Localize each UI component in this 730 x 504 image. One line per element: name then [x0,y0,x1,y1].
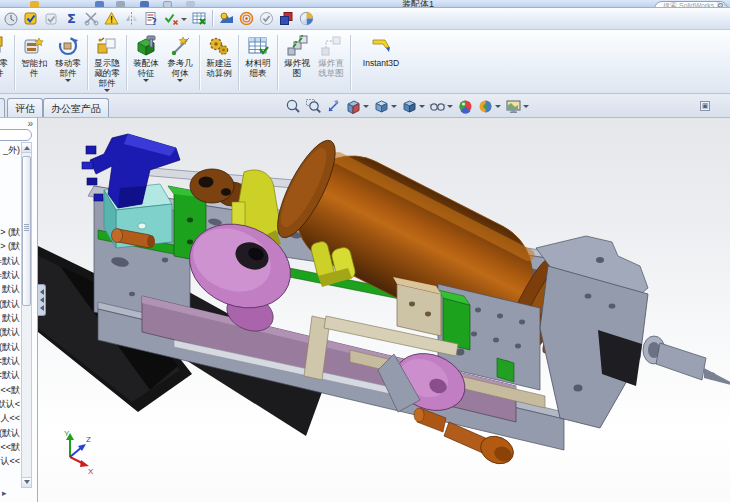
rebuild-icon[interactable] [186,1,195,8]
design-checker-icon[interactable] [21,9,41,29]
tree-row[interactable]: =默认 [0,269,20,281]
ribbon-smart-fasteners[interactable]: 智能扣件 [17,32,51,79]
ribbon-new-motion-study[interactable]: 新建运动算例 [202,32,236,79]
apply-scene-caret[interactable] [495,105,501,111]
command-manager-ribbon: 插入零部件 智能扣件 移动零部件 显示隐藏的零部件 [0,30,730,94]
check-circle-icon[interactable] [256,9,276,29]
scrollbar-thumb[interactable] [22,156,31,306]
section-pie-glyph [298,10,315,27]
ribbon-explode-line-sketch[interactable]: 爆炸直线草图 [314,32,348,79]
display-style-caret[interactable] [419,105,425,111]
dropdown-caret[interactable] [181,18,187,24]
tree-row[interactable]: 人<< [0,412,20,424]
tree-row[interactable]: =默认 [0,255,20,267]
model-part-needle[interactable] [704,368,730,388]
tree-row[interactable]: (默认 [0,326,20,338]
equations-sigma-icon[interactable]: Σ [61,9,81,29]
zoom-to-area-icon[interactable] [303,97,323,115]
save-icon[interactable] [30,1,39,8]
tree-row[interactable]: 默认< [0,398,20,410]
tree-scrollbar[interactable] [21,142,32,488]
ribbon-show-hidden-components[interactable]: 显示隐藏的零部件 [90,32,124,94]
view-orientation-icon[interactable] [371,97,391,115]
history-clock-icon[interactable] [1,9,21,29]
reference-geometry-label: 参考几何体 [164,58,196,78]
edit-appearance-glyph [457,98,474,115]
ribbon-bill-of-materials[interactable]: 材料明细表 [241,32,275,79]
ribbon-instant3d[interactable]: Instant3D [353,32,409,69]
undo-icon[interactable] [116,1,125,8]
section-pie-icon[interactable] [296,9,316,29]
mirror-entities-icon[interactable] [121,9,141,29]
hide-show-items-caret[interactable] [447,105,453,111]
design-table-icon[interactable] [189,9,209,29]
reference-geometry-caret [177,79,183,85]
ribbon-assembly-features[interactable]: 装配体特征 [129,32,163,86]
flyout-chevron-icon[interactable]: » [27,118,33,129]
select-icon[interactable] [163,1,172,8]
tab-office-products[interactable]: 办公室产品 [43,98,109,117]
tree-expand-icon[interactable]: ▸ [2,488,7,498]
viewport-canvas[interactable]: Y Z X [38,118,730,502]
zoom-to-fit-icon[interactable] [283,97,303,115]
reference-geometry-icon [168,34,192,58]
search-icon[interactable] [718,3,723,8]
move-component-caret [65,79,71,85]
tree-row[interactable]: 认<< [0,455,20,467]
tree-row[interactable]: (默认 [0,341,20,353]
insert-component-label: 插入零部件 [0,58,11,78]
interference-detection-icon[interactable] [276,9,296,29]
insert-component-glyph [0,34,7,58]
ribbon-collapse-icon[interactable]: ▣ [700,101,710,111]
title-bar: 装配体1 搜索 SolidWorks 帮助 [0,0,730,8]
design-checker-glyph [23,10,40,27]
tree-filter-box[interactable] [0,129,32,141]
print-icon[interactable] [95,1,104,8]
measure-check-icon[interactable] [161,9,181,29]
apply-scene-icon[interactable] [475,97,495,115]
view-settings-caret[interactable] [523,105,529,111]
section-view-caret[interactable] [363,105,369,111]
exploded-view-icon [285,34,309,58]
redo-icon[interactable] [140,1,149,8]
ribbon-reference-geometry[interactable]: 参考几何体 [163,32,197,86]
tree-row[interactable]: 默认 [0,312,20,324]
tree-row[interactable]: (默认 [0,298,20,310]
display-style-icon[interactable] [399,97,419,115]
scroll-up-icon[interactable] [22,143,31,153]
motionmanager-icon[interactable] [216,9,236,29]
tree-row[interactable]: <默认 [0,355,20,367]
trim-entities-icon[interactable] [81,9,101,29]
tree-row[interactable]: 1> (默 [0,226,20,238]
view-orientation-caret[interactable] [391,105,397,111]
select-check-icon[interactable] [41,9,61,29]
panel-splitter-handle[interactable] [38,284,46,316]
tree-root-row[interactable]: _外) [0,144,20,156]
edit-appearance-icon[interactable] [455,97,475,115]
search-input[interactable]: 搜索 SolidWorks 帮助 [654,1,728,8]
tab-assembly-partial[interactable] [0,98,5,117]
assembly-model[interactable]: Y Z X [38,118,730,502]
section-view-icon[interactable] [343,97,363,115]
tree-row[interactable]: 人<<默 [0,384,20,396]
previous-view-icon[interactable] [323,97,343,115]
tree-row[interactable]: 1> (默 [0,240,20,252]
simulation-rings-icon[interactable] [236,9,256,29]
scroll-down-icon[interactable] [22,477,31,487]
view-settings-icon[interactable] [503,97,523,115]
hide-show-items-icon[interactable] [427,97,447,115]
tree-row[interactable]: 人<<默 [0,441,20,453]
file-properties-icon[interactable]: ? [141,9,161,29]
model-part-right-bracket[interactable] [536,236,730,428]
warning-triangle-icon[interactable] [101,9,121,29]
assembly-features-label: 装配体特征 [130,58,162,78]
move-component-icon [56,34,80,58]
new-motion-study-glyph [207,34,231,58]
tree-row[interactable]: 默认 [0,283,20,295]
ribbon-insert-component[interactable]: 插入零部件 [0,32,12,86]
ribbon-exploded-view[interactable]: 爆炸视图 [280,32,314,79]
tree-row[interactable]: (默认 [0,427,20,439]
tree-row[interactable]: <默认 [0,369,20,381]
ribbon-move-component[interactable]: 移动零部件 [51,32,85,86]
tab-evaluate[interactable]: 评估 [7,98,43,117]
